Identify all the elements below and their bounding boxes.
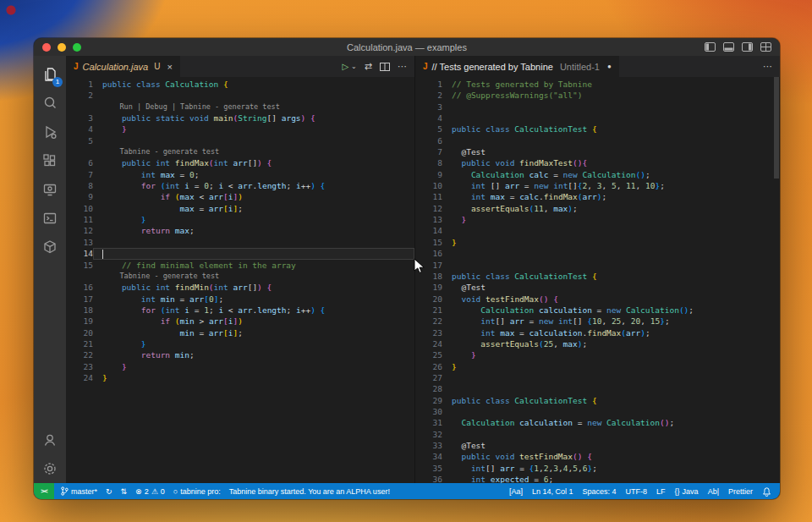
run-dropdown-icon[interactable]: ⌄	[351, 63, 357, 70]
code-editor-left[interactable]: 1public class Calculation {2 Run | Debug…	[66, 77, 414, 483]
run-debug-icon[interactable]	[34, 118, 66, 146]
codelens-link[interactable]: Tabnine - generate test	[93, 146, 414, 157]
remote-explorer-icon[interactable]	[34, 175, 66, 204]
code-line[interactable]: 24 assertEquals(25, max);	[415, 338, 780, 349]
code-line[interactable]: 14	[66, 248, 414, 259]
screencast-indicator[interactable]: [Aa]	[509, 487, 523, 496]
codelens-link[interactable]: Run | Debug | Tabnine - generate test	[93, 102, 414, 113]
code-line[interactable]: 4 }	[66, 124, 414, 135]
code-line[interactable]: 16	[415, 248, 780, 259]
code-line[interactable]: 21 Calculation calculation = new Calcula…	[415, 305, 780, 316]
toggle-panel-icon[interactable]	[723, 42, 734, 52]
code-line[interactable]: 13	[66, 237, 414, 248]
git-branch-item[interactable]: master*	[61, 486, 97, 496]
code-line[interactable]: 8 public void findMaxTest(){	[415, 157, 780, 168]
code-line[interactable]: 20 void testFindMax() {	[415, 294, 780, 305]
sync-changes-icon[interactable]: ↻	[106, 487, 112, 496]
code-line[interactable]: 10 int [] arr = new int[]{2, 3, 5, 11, 1…	[415, 180, 780, 191]
code-line[interactable]: 16 public int findMin(int arr[]) {	[66, 282, 414, 293]
package-cube-icon[interactable]	[34, 233, 66, 261]
code-line[interactable]: 22 return min;	[66, 349, 414, 360]
code-line[interactable]: 27	[415, 372, 780, 383]
publish-icon[interactable]: ⇅	[121, 487, 128, 496]
explorer-icon[interactable]: 1	[34, 60, 66, 89]
code-line[interactable]: 23 int max = calculation.findMax(arr);	[415, 327, 780, 338]
code-line[interactable]: 3	[415, 102, 780, 113]
notifications-bell-icon[interactable]	[762, 486, 771, 497]
code-line[interactable]: 1// Tests generated by Tabnine	[415, 79, 780, 90]
account-icon[interactable]	[34, 426, 66, 454]
code-line[interactable]: 31 Calculation calculation = new Calcula…	[415, 417, 780, 428]
remote-indicator[interactable]: ><	[34, 483, 54, 499]
code-line[interactable]: 6 public int findMax(int arr[]) {	[66, 157, 414, 168]
code-line[interactable]: 25 }	[415, 349, 780, 360]
code-line[interactable]: 2// @SuppressWarnings("all")	[415, 90, 780, 101]
code-line[interactable]: 12 assertEquals(11, max);	[415, 203, 780, 214]
code-line[interactable]: 15}	[415, 237, 780, 248]
tabnine-status-message[interactable]: Tabnine binary started. You are an ALPHA…	[229, 487, 390, 496]
code-line[interactable]: 11 }	[66, 214, 414, 225]
cursor-position-item[interactable]: Ln 14, Col 1	[532, 487, 573, 496]
formatter-item[interactable]: Prettier	[728, 487, 753, 496]
split-editor-icon[interactable]	[380, 63, 390, 71]
code-editor-right[interactable]: 1// Tests generated by Tabnine2// @Suppr…	[415, 77, 780, 483]
code-line[interactable]: 19 if (min > arr[i])	[66, 316, 414, 327]
close-window-button[interactable]	[42, 43, 51, 52]
tab-calculation-java[interactable]: J Calculation.java U ×	[66, 56, 181, 77]
toggle-sidebar-icon[interactable]	[705, 42, 716, 52]
toggle-secondary-sidebar-icon[interactable]	[742, 42, 753, 52]
code-line[interactable]: 7 @Test	[415, 146, 780, 157]
code-line[interactable]: 12 return max;	[66, 225, 414, 236]
close-tab-icon[interactable]: ×	[167, 62, 172, 72]
zoom-window-button[interactable]	[73, 43, 81, 52]
code-line[interactable]: 30	[415, 406, 780, 417]
code-line[interactable]: 5	[66, 135, 414, 146]
code-line[interactable]: 36 int expected = 6;	[415, 474, 780, 483]
code-line[interactable]: 11 int max = calc.findMax(arr);	[415, 191, 780, 202]
code-line[interactable]: 29public class CalculationTest {	[415, 395, 780, 406]
code-line[interactable]: 6	[415, 135, 780, 146]
code-line[interactable]: 18 for (int i = 1; i < arr.length; i++) …	[66, 305, 414, 316]
eol-item[interactable]: LF	[656, 487, 666, 496]
code-line[interactable]: 19 @Test	[415, 282, 780, 293]
code-line[interactable]: 8 for (int i = 0; i < arr.length; i++) {	[66, 180, 414, 191]
unsaved-dot-icon[interactable]: ●	[607, 63, 612, 70]
code-line[interactable]: 20 min = arr[i];	[66, 327, 414, 338]
more-actions-icon[interactable]: ⋯	[398, 61, 407, 72]
code-line[interactable]: 18public class CalculationTest {	[415, 271, 780, 282]
terminal-view-icon[interactable]	[34, 204, 66, 233]
code-line[interactable]: 10 max = arr[i];	[66, 203, 414, 214]
settings-gear-icon[interactable]	[34, 454, 66, 483]
codelens-link[interactable]: Tabnine - generate test	[93, 271, 414, 282]
extensions-icon[interactable]	[34, 146, 66, 175]
code-line[interactable]: 34 public void testFindMax() {	[415, 451, 780, 462]
code-line[interactable]: 28	[415, 383, 780, 394]
code-line[interactable]: 24}	[66, 372, 414, 383]
codelens-row[interactable]: Run | Debug | Tabnine - generate test	[66, 102, 414, 113]
code-line[interactable]: 15 // find minimal element in the array	[66, 260, 414, 271]
code-line[interactable]: 1public class Calculation {	[66, 79, 414, 90]
code-line[interactable]: 17	[415, 260, 780, 271]
tab-untitled-tests[interactable]: J // Tests generated by Tabnine Untitled…	[415, 56, 620, 77]
code-line[interactable]: 14	[415, 225, 780, 236]
inline-suggest-indicator[interactable]: Ab|	[708, 487, 719, 496]
code-line[interactable]: 2	[66, 90, 414, 101]
code-line[interactable]: 7 int max = 0;	[66, 169, 414, 180]
code-line[interactable]: 22 int[] arr = new int[] {10, 25, 20, 15…	[415, 316, 780, 327]
language-mode-item[interactable]: {} Java	[675, 487, 699, 496]
code-line[interactable]: 35 int[] arr = {1,2,3,4,5,6};	[415, 463, 780, 474]
code-line[interactable]: 3 public static void main(String[] args)…	[66, 113, 414, 124]
customize-layout-icon[interactable]	[760, 42, 771, 52]
run-java-button[interactable]: ▷	[342, 62, 348, 71]
minimize-window-button[interactable]	[58, 43, 66, 52]
code-line[interactable]: 17 int min = arr[0];	[66, 294, 414, 305]
scrollbar-thumb[interactable]	[774, 77, 779, 179]
encoding-item[interactable]: UTF-8	[626, 487, 648, 496]
indentation-item[interactable]: Spaces: 4	[583, 487, 617, 496]
search-icon[interactable]	[34, 89, 66, 118]
more-actions-icon[interactable]: ⋯	[763, 61, 772, 72]
code-line[interactable]: 26}	[415, 361, 780, 372]
code-line[interactable]: 5public class CalculationTest {	[415, 124, 780, 135]
code-line[interactable]: 23 }	[66, 361, 414, 372]
code-line[interactable]: 21 }	[66, 338, 414, 349]
